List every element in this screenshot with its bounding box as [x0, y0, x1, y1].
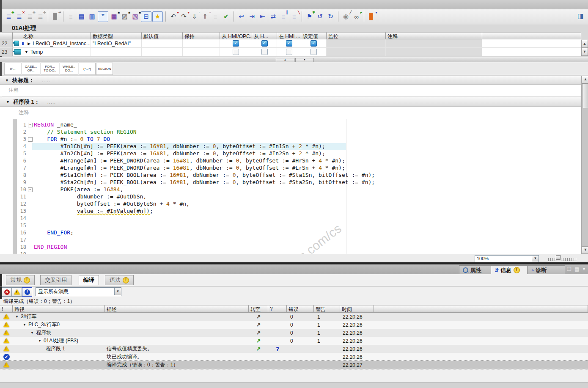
snippet-region-button[interactable]: REGION	[96, 63, 113, 75]
editor-scroll-up-button[interactable]: ▲	[582, 76, 588, 83]
insert-declaration-icon[interactable]: ▧±	[130, 12, 140, 22]
editor-scroll-thumb[interactable]	[582, 83, 588, 108]
collapse-panel-icon[interactable]: ▼	[582, 267, 586, 271]
tab-compile[interactable]: 编译	[79, 275, 99, 285]
split-editor-space-icon[interactable]: ◨	[577, 12, 584, 20]
interface-cell[interactable]: ▼Temp	[13, 48, 91, 56]
interface-cell[interactable]: ▶LRedIO_RedAI_Instanc...	[13, 39, 91, 48]
float-panel-icon[interactable]: ❐	[567, 266, 572, 272]
interface-cell[interactable]: ✓	[252, 39, 277, 48]
fold-marker-icon[interactable]: −	[28, 123, 33, 127]
collapse-network-icon[interactable]: ▼	[6, 100, 10, 104]
insert-empty-box-icon[interactable]: ▨±	[120, 12, 129, 22]
block-title-placeholder[interactable]: .....	[42, 78, 50, 83]
format-code-icon[interactable]: ≡▎	[279, 12, 289, 22]
find-replace-icon[interactable]: ◉╱	[341, 12, 351, 22]
zoom-dropdown-button[interactable]: ▼	[532, 256, 539, 261]
interface-cell[interactable]: ✓	[220, 39, 252, 48]
hmi-checkbox[interactable]	[233, 49, 239, 55]
disable-code-icon[interactable]: ≡╲	[289, 12, 299, 22]
message-filter-arrow[interactable]: ▼	[114, 288, 121, 295]
interface-cell[interactable]	[252, 48, 277, 56]
variable-name[interactable]: Temp	[30, 49, 43, 55]
interface-cell[interactable]	[327, 39, 386, 48]
compile-list-icon[interactable]: ≡	[211, 12, 220, 22]
interface-cell[interactable]	[482, 39, 581, 48]
tab-syntax[interactable]: 语法 i	[105, 275, 134, 285]
update-block-calls-icon[interactable]: ⇄	[268, 12, 278, 22]
hmi-checkbox[interactable]: ✓	[261, 40, 268, 47]
expand-arrow-icon[interactable]: ▼	[23, 323, 26, 327]
hmi-checkbox[interactable]	[286, 49, 292, 55]
interface-cell[interactable]	[386, 48, 482, 56]
fold-marker-icon[interactable]: −	[28, 187, 33, 192]
redo-icon[interactable]: ↷●	[179, 12, 189, 22]
insert-network-icon[interactable]: ≣✚	[4, 12, 14, 22]
variable-name[interactable]: LRedIO_RedAI_Instanc...	[33, 41, 91, 47]
favorites-icon[interactable]: ★	[152, 11, 163, 22]
fold-marker-icon[interactable]: −	[28, 137, 33, 142]
insert-block-call-icon[interactable]: ▦±	[109, 12, 119, 22]
expand-arrow-icon[interactable]: ▼	[30, 331, 34, 335]
next-position-icon[interactable]: ↻	[326, 12, 335, 22]
message-row[interactable]: !程序段 1信号或值精度丢失。↗?22:20:26	[0, 345, 588, 353]
interface-cell[interactable]	[386, 39, 482, 48]
snippet-comment-button[interactable]: (*...*)	[79, 63, 96, 75]
hmi-checkbox[interactable]	[310, 49, 317, 55]
keep-actual-values-icon[interactable]: ▊↩	[51, 12, 60, 22]
message-row[interactable]: !编译完成（错误：0；警告：1）22:20:27	[0, 361, 588, 369]
network-comment-placeholder[interactable]: 注释	[19, 109, 29, 116]
outline-view-icon[interactable]: ⊟	[141, 11, 151, 22]
expand-arrow-icon[interactable]: ▼	[25, 50, 28, 54]
expand-arrow-icon[interactable]: ▼	[15, 315, 19, 319]
interface-cell[interactable]	[327, 48, 386, 56]
interface-cell[interactable]	[142, 39, 183, 48]
tab-general[interactable]: 常规 i	[6, 275, 35, 285]
scl-code-editor[interactable]: 西门子工业 找答案 support.industry.siemens.com/c…	[0, 119, 581, 254]
network-title-placeholder[interactable]: .....	[47, 99, 56, 105]
goto-arrow-icon[interactable]: ↗	[256, 346, 261, 352]
tab-diagnostics[interactable]: ◔ 诊断	[527, 265, 565, 275]
block-comment-row[interactable]: 注释	[0, 85, 581, 97]
filter-warnings-button[interactable]: !	[12, 287, 22, 297]
message-row[interactable]: !▼PLC_3#行车0↗0122:20:26	[0, 321, 588, 329]
go-to-definition-icon[interactable]: ↩	[236, 12, 246, 22]
interface-cell[interactable]	[277, 48, 301, 56]
message-filter-dropdown[interactable]: 显示所有消息 ▼	[36, 287, 121, 296]
hmi-checkbox[interactable]: ✓	[310, 40, 317, 47]
message-row[interactable]: ✔块已成功编译。22:20:26	[0, 353, 588, 361]
compile-icon[interactable]: ✔	[221, 12, 231, 22]
comments-toggle-icon[interactable]: ❞	[98, 11, 108, 22]
close-all-networks-icon[interactable]: ▥	[87, 12, 97, 22]
undo-icon[interactable]: ↶●	[168, 12, 178, 22]
editor-scroll-down-button[interactable]: ▼	[582, 246, 588, 254]
snippet-if-button[interactable]: IF...	[4, 63, 21, 75]
goto-arrow-icon[interactable]: ↗	[256, 314, 261, 320]
interface-cell[interactable]	[183, 48, 220, 56]
insert-row-after-icon[interactable]: ≣✚	[36, 12, 45, 22]
expand-arrow-icon[interactable]: ▶	[27, 41, 30, 46]
interface-cell[interactable]: ✓	[301, 39, 327, 48]
absolute-operands-icon[interactable]: ≡	[66, 12, 76, 22]
indent-icon[interactable]: ⇥	[247, 12, 257, 22]
outdent-icon[interactable]: ⇤	[258, 12, 267, 22]
insert-row-before-icon[interactable]: ≣✚	[25, 12, 35, 22]
open-all-networks-icon[interactable]: ▤	[77, 12, 86, 22]
hmi-checkbox[interactable]	[261, 49, 268, 55]
block-comment-placeholder[interactable]: 注释	[8, 87, 19, 94]
interface-cell[interactable]: ✓	[277, 39, 301, 48]
panel-menu-icon[interactable]: ▤	[574, 266, 579, 272]
interface-scroll-down-button[interactable]: ▼	[581, 48, 588, 56]
goto-arrow-icon[interactable]: ↗	[256, 330, 261, 336]
table-row[interactable]: 23▼Temp	[0, 48, 581, 56]
hmi-checkbox[interactable]: ✓	[286, 40, 292, 47]
zoom-level-combobox[interactable]: 100% ▼	[475, 255, 539, 263]
interface-cell[interactable]	[301, 48, 327, 56]
download-block-icon[interactable]: ⇓▫	[190, 12, 199, 22]
filter-errors-button[interactable]: ✕	[2, 287, 12, 297]
interface-scroll-up-button[interactable]: ▲	[581, 40, 588, 48]
zoom-slider-thumb[interactable]	[556, 255, 561, 260]
upload-block-icon[interactable]: ⇑▫	[200, 12, 210, 22]
collapse-block-title-icon[interactable]: ▼	[5, 78, 9, 83]
table-row[interactable]: 22▶LRedIO_RedAI_Instanc..."LRedIO_RedAI"…	[0, 39, 581, 48]
